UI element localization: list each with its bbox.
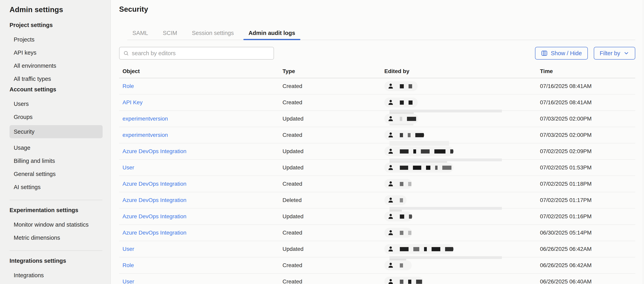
- object-link[interactable]: Azure DevOps Integration: [122, 148, 186, 154]
- type-cell: Created: [282, 181, 384, 187]
- table-row: Azure DevOps IntegrationDeleted07/02/202…: [119, 192, 635, 208]
- object-cell: Azure DevOps Integration: [122, 181, 282, 187]
- redacted-text-block: [434, 149, 446, 154]
- sidebar-section-project-settings: Project settings: [10, 22, 110, 28]
- person-icon: [387, 164, 394, 171]
- scrollbar-track[interactable]: [643, 0, 643, 284]
- edited-by-cell: [384, 274, 540, 284]
- redacted-text-block: [400, 198, 403, 202]
- table-row: API KeyCreated07/16/2025 08:41AM: [119, 94, 635, 111]
- tab-scim[interactable]: SCIM: [158, 28, 182, 40]
- time-cell: 07/02/2025 02:09PM: [540, 148, 635, 154]
- editor-chip: [384, 212, 412, 222]
- object-link[interactable]: Azure DevOps Integration: [122, 230, 186, 236]
- redacted-text-block: [408, 100, 412, 105]
- editor-chip: [384, 195, 406, 205]
- sidebar-item-projects[interactable]: Projects: [10, 36, 110, 43]
- type-cell: Created: [282, 262, 384, 268]
- sidebar-item-all-environments[interactable]: All environments: [10, 62, 110, 69]
- object-link[interactable]: Role: [122, 83, 134, 89]
- toolbar-actions: Show / Hide Filter by: [535, 47, 636, 60]
- type-cell: Updated: [282, 148, 384, 154]
- object-link[interactable]: User: [122, 164, 134, 170]
- tab-saml[interactable]: SAML: [127, 28, 153, 40]
- time-cell: 07/16/2025 08:41AM: [540, 83, 635, 89]
- sidebar-divider: [10, 200, 102, 200]
- redacted-text-block: [408, 133, 410, 137]
- sidebar-item-billing-and-limits[interactable]: Billing and limits: [10, 157, 110, 164]
- redacted-text-block: [435, 166, 438, 170]
- type-cell: Updated: [282, 213, 384, 220]
- redacted-text-block: [400, 166, 408, 170]
- person-icon: [387, 132, 394, 138]
- edited-by-cell: [384, 192, 540, 208]
- object-cell: experimentversion: [122, 132, 282, 138]
- sidebar-item-api-keys[interactable]: API keys: [10, 49, 110, 56]
- tab-admin-audit-logs[interactable]: Admin audit logs: [244, 28, 300, 40]
- edited-by-cell: [384, 241, 540, 257]
- sidebar-item-metric-dimensions[interactable]: Metric dimensions: [10, 234, 110, 241]
- editor-chip: [384, 163, 454, 172]
- editor-chip: [384, 277, 423, 284]
- object-cell: User: [122, 164, 282, 171]
- person-icon: [387, 180, 394, 188]
- person-icon: [387, 246, 394, 252]
- sidebar-sections: Project settingsProjectsAPI keysAll envi…: [10, 22, 110, 279]
- object-cell: Role: [122, 83, 282, 89]
- sidebar-item-groups[interactable]: Groups: [10, 114, 110, 120]
- redacted-text-block: [445, 247, 454, 251]
- sidebar-item-monitor-window-and-statistics[interactable]: Monitor window and statistics: [10, 221, 110, 228]
- search-input[interactable]: [132, 50, 270, 57]
- person-icon: [387, 278, 394, 284]
- table-header-row: ObjectTypeEdited byTime: [119, 65, 635, 78]
- redacted-text-block: [413, 166, 421, 170]
- object-link[interactable]: Azure DevOps Integration: [122, 181, 186, 187]
- object-link[interactable]: Azure DevOps Integration: [122, 213, 186, 220]
- object-link[interactable]: User: [122, 278, 134, 284]
- editor-chip: [384, 130, 424, 140]
- edited-by-cell: [384, 111, 540, 127]
- table-row: Azure DevOps IntegrationUpdated07/02/202…: [119, 208, 635, 225]
- tab-bar: SAMLSCIMSession settingsAdmin audit logs: [127, 28, 635, 40]
- person-icon: [387, 262, 394, 269]
- object-link[interactable]: API Key: [122, 99, 142, 106]
- sidebar-section-experimentation-settings: Experimentation settings: [10, 207, 110, 214]
- filter-by-button[interactable]: Filter by: [594, 47, 635, 60]
- time-cell: 07/03/2025 02:00PM: [540, 116, 635, 122]
- object-link[interactable]: Role: [122, 262, 134, 268]
- object-cell: Azure DevOps Integration: [122, 148, 282, 154]
- redacted-text-block: [400, 231, 404, 235]
- sidebar-item-users[interactable]: Users: [10, 100, 110, 108]
- redacted-text-block: [408, 231, 411, 235]
- object-cell: API Key: [122, 99, 282, 106]
- filter-by-label: Filter by: [600, 50, 620, 56]
- sidebar-item-usage[interactable]: Usage: [10, 144, 110, 151]
- sidebar-item-general-settings[interactable]: General settings: [10, 170, 110, 178]
- redacted-text-block: [413, 247, 419, 251]
- redacted-text-block: [400, 84, 404, 88]
- object-link[interactable]: experimentversion: [122, 116, 168, 122]
- redacted-text-block: [400, 182, 404, 186]
- sidebar-item-integrations[interactable]: Integrations: [10, 272, 110, 279]
- sidebar: Admin settings Project settingsProjectsA…: [0, 0, 111, 284]
- redacted-text-block: [400, 263, 403, 268]
- object-link[interactable]: Azure DevOps Integration: [122, 197, 186, 203]
- object-link[interactable]: User: [122, 246, 134, 252]
- sidebar-item-ai-settings[interactable]: AI settings: [10, 184, 110, 191]
- audit-log-table: ObjectTypeEdited byTime RoleCreated07/16…: [119, 65, 635, 284]
- toolbar: Show / Hide Filter by: [119, 47, 635, 60]
- time-cell: 07/02/2025 01:53PM: [540, 164, 635, 171]
- person-icon: [387, 213, 394, 220]
- tab-session-settings[interactable]: Session settings: [186, 28, 239, 40]
- edited-by-cell: [384, 258, 540, 273]
- sidebar-item-all-traffic-types[interactable]: All traffic types: [10, 75, 110, 82]
- show-hide-button[interactable]: Show / Hide: [535, 47, 588, 60]
- redacted-text-block: [409, 214, 412, 219]
- object-link[interactable]: experimentversion: [122, 132, 168, 138]
- sidebar-item-security[interactable]: Security: [10, 125, 103, 138]
- search-input-wrapper[interactable]: [119, 47, 274, 60]
- edited-by-cell: [384, 144, 540, 159]
- object-cell: Azure DevOps Integration: [122, 230, 282, 236]
- table-row: UserUpdated07/02/2025 01:53PM: [119, 160, 635, 176]
- person-icon: [387, 115, 394, 122]
